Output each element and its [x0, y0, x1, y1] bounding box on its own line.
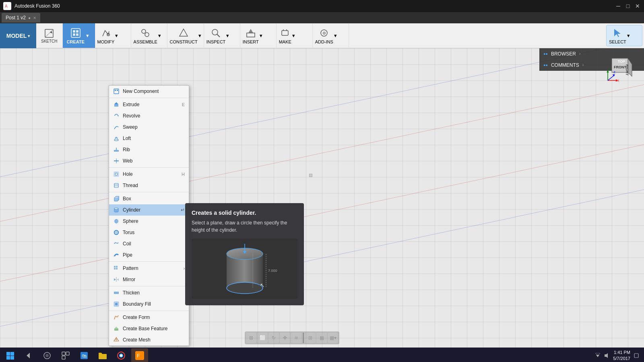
menu-item-box[interactable]: Box [109, 193, 189, 204]
menu-item-rib[interactable]: Rib [109, 144, 189, 155]
explorer-button[interactable] [94, 348, 111, 362]
comments-expand-arrow[interactable]: › [582, 63, 584, 67]
store-button[interactable]: 🛍 [76, 348, 93, 362]
menu-separator-3 [109, 192, 189, 192]
menu-item-create-base-feature-label: Create Base Feature [123, 326, 167, 331]
start-button[interactable] [2, 348, 19, 362]
rib-icon [113, 146, 120, 153]
addins-arrow: ▾ [334, 33, 337, 39]
menu-item-sweep-label: Sweep [123, 124, 138, 130]
svg-rect-72 [116, 266, 118, 267]
modify-menu-button[interactable]: MODIFY ▾ [95, 23, 131, 48]
sketch-button[interactable]: SKETCH [38, 26, 61, 45]
create-base-feature-icon [113, 325, 120, 332]
svg-rect-78 [114, 292, 119, 294]
viewport-pan-button[interactable]: ✥ [280, 333, 290, 343]
menu-item-sweep[interactable]: Sweep [109, 121, 189, 133]
tab-post1v2[interactable]: Post 1 v2 ● ✕ [2, 13, 40, 23]
loft-icon [113, 135, 120, 142]
taskbar-date-value: 5/7/2017 [613, 356, 630, 362]
view-cube[interactable]: TOP RIGHT FRONT X Y Z [604, 52, 636, 84]
notification-icon[interactable] [634, 353, 639, 358]
menu-item-mirror[interactable]: Mirror [109, 274, 189, 285]
menu-item-boundary-fill[interactable]: Boundary Fill [109, 298, 189, 310]
svg-marker-44 [118, 115, 119, 117]
svg-line-3 [45, 29, 53, 37]
taskbar-time-value: 1:41 PM [613, 350, 630, 356]
insert-menu-button[interactable]: INSERT ▾ [240, 23, 277, 48]
select-menu-button[interactable]: SELECT ▾ [606, 25, 642, 46]
canvas-area[interactable]: ●● BROWSER › ●● COMMENTS › TOP RIGHT FRO… [0, 48, 644, 348]
assemble-menu-button[interactable]: ASSEMBLE ▾ [131, 23, 167, 48]
box-icon [113, 195, 120, 202]
menu-item-extrude[interactable]: Extrude E [109, 99, 189, 110]
select-label: SELECT [609, 39, 626, 44]
viewport-grid-button[interactable]: ⊞ [305, 333, 316, 343]
fusion360-taskbar-button[interactable]: F [131, 348, 148, 362]
menu-item-pattern[interactable]: Pattern › [109, 263, 189, 274]
create-label: CREATE [67, 39, 85, 44]
tab-close-button[interactable]: ✕ [33, 16, 36, 20]
viewport-zoom-button[interactable]: ⬜ [257, 333, 268, 343]
back-button[interactable] [20, 348, 37, 362]
tooltip-description: Select a plane, draw a circle then speci… [192, 219, 297, 234]
viewport-fit-button[interactable]: ⊠ [246, 333, 256, 343]
menu-item-thicken[interactable]: Thicken [109, 287, 189, 298]
menu-item-create-form[interactable]: Create Form [109, 312, 189, 323]
menu-item-thread[interactable]: Thread [109, 180, 189, 191]
model-dropdown-button[interactable]: MODEL ▾ [0, 23, 36, 48]
addins-menu-button[interactable]: ⚙ ADD-INS ▾ [313, 23, 349, 48]
viewport-display-button[interactable]: ▦ [316, 333, 327, 343]
menu-item-sphere[interactable]: Sphere [109, 216, 189, 227]
make-menu-button[interactable]: MAKE ▾ [277, 23, 313, 48]
viewport-option-button[interactable]: ≋ [291, 333, 301, 343]
menu-item-create-base-feature[interactable]: Create Base Feature [109, 323, 189, 334]
construct-menu-button[interactable]: CONSTRUCT ▾ [167, 23, 204, 48]
menu-item-hole-label: Hole [123, 171, 133, 177]
menu-item-web[interactable]: Web [109, 155, 189, 167]
menu-item-loft[interactable]: Loft [109, 133, 189, 144]
tabbar: Post 1 v2 ● ✕ [0, 12, 644, 23]
menu-item-hole[interactable]: Hole H [109, 169, 189, 180]
viewport-more-button[interactable]: ▦▾ [328, 333, 338, 343]
inspect-menu-button[interactable]: INSPECT ▾ [204, 23, 240, 48]
boundary-fill-icon [113, 301, 120, 307]
menu-item-pipe[interactable]: Pipe [109, 249, 189, 261]
menu-item-pipe-label: Pipe [123, 252, 132, 258]
create-menu-button[interactable]: CREATE ▾ [63, 23, 95, 48]
menu-item-create-mesh[interactable]: Create Mesh [109, 334, 189, 346]
comments-label: COMMENTS [551, 62, 579, 68]
menu-item-new-component[interactable]: New Component [109, 86, 189, 97]
close-button[interactable]: ✕ [634, 3, 641, 9]
titlebar: A Autodesk Fusion 360 ─ □ ✕ [0, 0, 644, 12]
svg-rect-98 [6, 352, 10, 356]
browser-expand-arrow[interactable]: › [579, 51, 580, 56]
svg-point-54 [115, 173, 118, 175]
menu-item-coil[interactable]: Coil [109, 238, 189, 249]
menu-item-cylinder[interactable]: Cylinder ↵ [109, 204, 189, 216]
viewport-rotate-button[interactable]: ↻ [268, 333, 279, 343]
svg-marker-23 [614, 29, 621, 37]
chrome-button[interactable] [113, 348, 130, 362]
svg-rect-5 [73, 30, 75, 33]
menu-item-revolve[interactable]: Revolve [109, 110, 189, 121]
svg-point-46 [116, 137, 117, 138]
menu-item-torus[interactable]: Torus [109, 227, 189, 238]
cylinder-illustration: 7.000 ↖ [204, 240, 285, 298]
cortana-button[interactable] [39, 348, 56, 362]
svg-point-89 [227, 282, 263, 294]
svg-rect-8 [76, 33, 78, 36]
maximize-button[interactable]: □ [625, 3, 631, 9]
svg-text:A: A [5, 4, 8, 8]
minimize-button[interactable]: ─ [615, 3, 621, 9]
menu-separator-5 [109, 286, 189, 286]
web-icon [113, 158, 120, 164]
addins-label: ADD-INS [315, 39, 333, 44]
thicken-icon [113, 290, 120, 296]
svg-rect-107 [62, 356, 65, 359]
svg-rect-39 [114, 89, 119, 94]
svg-marker-77 [117, 278, 119, 281]
svg-text:↖: ↖ [260, 282, 265, 288]
create-arrow: ▾ [86, 33, 89, 39]
task-view-button[interactable] [57, 348, 74, 362]
